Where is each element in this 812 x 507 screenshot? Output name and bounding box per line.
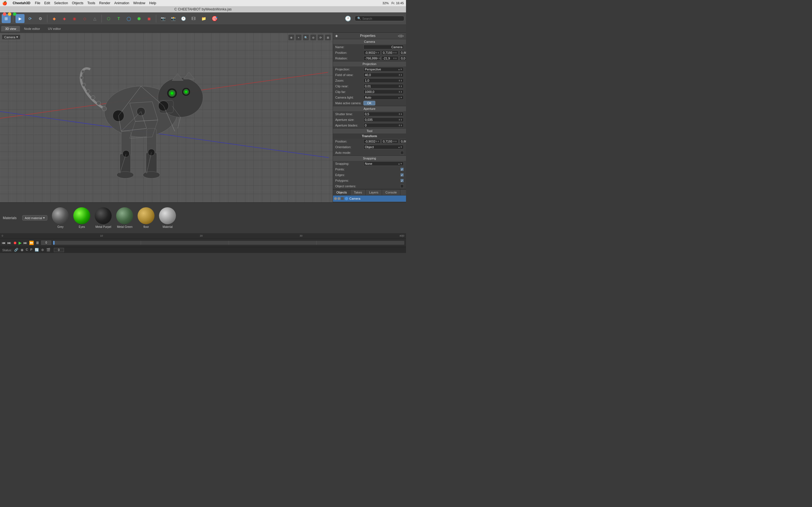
window-controls[interactable]: [3, 12, 16, 16]
sphere-btn[interactable]: ◉: [70, 14, 79, 23]
menu-window[interactable]: Window: [133, 1, 146, 5]
menu-selection[interactable]: Selection: [54, 1, 68, 5]
menu-file[interactable]: File: [35, 1, 40, 5]
timeline-stop-btn[interactable]: ⏸: [36, 240, 40, 245]
pos-z-field[interactable]: 0,8883⬆⬇: [400, 50, 406, 55]
close-btn[interactable]: [3, 12, 6, 16]
add-material-btn[interactable]: Add material ▾: [22, 215, 48, 221]
sculpt-tool-btn[interactable]: ⚙: [36, 14, 45, 23]
pyramid-btn[interactable]: △: [90, 14, 99, 23]
name-value[interactable]: Camera: [363, 45, 404, 49]
fov-value[interactable]: 40,0⬆⬇: [363, 73, 404, 77]
tool-pos-z[interactable]: 0,8883⬆⬇: [400, 139, 406, 144]
menu-help[interactable]: Help: [149, 1, 156, 5]
material-metal-purpel[interactable]: Metal Purpel: [95, 207, 112, 228]
pos-y-field[interactable]: 0,7193⬆⬇: [382, 50, 398, 55]
tab-layers[interactable]: Layers: [366, 189, 382, 195]
status-c-icon[interactable]: C: [26, 248, 28, 252]
search-input[interactable]: [362, 17, 402, 20]
rot-x-field[interactable]: -766,999⬆⬇: [363, 56, 380, 61]
material-floor[interactable]: floor: [138, 207, 154, 228]
aperture-size-value[interactable]: 0,035⬆⬇: [363, 117, 404, 122]
status-add-icon[interactable]: ⊕: [41, 248, 44, 252]
maximize-btn[interactable]: [13, 12, 16, 16]
apple-menu[interactable]: 🍎: [2, 1, 7, 5]
edges-checkbox[interactable]: ✓: [400, 173, 404, 177]
viewport-reset-btn[interactable]: ⟳: [317, 34, 324, 41]
diamond-btn[interactable]: ◇: [80, 14, 89, 23]
timeline-record-btn[interactable]: ⏺: [13, 240, 17, 245]
clip-near-value[interactable]: 0,01⬆⬇: [363, 84, 404, 89]
timeline-play-btn[interactable]: ▶: [18, 240, 22, 245]
scene-item-hdri[interactable]: HDRI Light: [333, 202, 406, 202]
clock-btn[interactable]: 🕐: [179, 14, 188, 23]
viewport-grid-btn[interactable]: ⊞: [325, 34, 331, 41]
timeline-to-start-btn[interactable]: ⏮: [2, 240, 6, 245]
status-frame-input[interactable]: [54, 248, 64, 252]
tab-console[interactable]: Console: [382, 189, 400, 195]
tab-objects[interactable]: Objects: [333, 189, 350, 195]
object-centers-checkbox[interactable]: [400, 184, 404, 188]
folder-btn[interactable]: 📁: [199, 14, 208, 23]
material-eyes[interactable]: Eyes: [73, 207, 90, 228]
status-link-icon[interactable]: 🔗: [14, 248, 18, 252]
shutter-value[interactable]: 0,5⬆⬇: [363, 112, 404, 116]
vase-btn[interactable]: ◯: [124, 14, 133, 23]
timeline-bar[interactable]: [53, 241, 404, 245]
subdiv-btn[interactable]: ⬢: [135, 14, 144, 23]
tool-pos-x[interactable]: -0,9032⬆⬇: [363, 139, 380, 144]
material-metal-green[interactable]: Metal Green: [116, 207, 133, 228]
viewport[interactable]: Camera ▾ ⊕ + 🔍 ⊖ ⟳ ⊞: [0, 33, 333, 202]
tab-uv-editor[interactable]: UV editor: [44, 26, 65, 32]
camera-light-value[interactable]: Auto: [365, 96, 371, 99]
rot-y-field[interactable]: -21,9⬆⬇: [382, 56, 398, 61]
zoom-value[interactable]: 1,0⬆⬇: [363, 78, 404, 83]
transform-tool-btn[interactable]: ⟳: [26, 14, 35, 23]
projection-value[interactable]: Perspective: [365, 68, 381, 71]
render-btn[interactable]: 🎯: [209, 14, 220, 23]
status-p-icon[interactable]: P: [30, 248, 32, 252]
props-expand-icon[interactable]: ◁ ▷: [398, 34, 404, 38]
viewport-zoom-out-btn[interactable]: ⊖: [310, 34, 316, 41]
material-grey[interactable]: Grey: [52, 207, 69, 228]
scene-item-camera[interactable]: Camera: [333, 195, 406, 202]
clock-icon[interactable]: 🕐: [343, 14, 352, 23]
timeline-next-btn[interactable]: ⏭: [23, 240, 28, 245]
viewport-home-btn[interactable]: ⊕: [288, 34, 294, 41]
render-dot[interactable]: [338, 197, 340, 200]
hex-btn[interactable]: ⬡: [104, 14, 113, 23]
make-active-btn[interactable]: OK: [363, 101, 375, 105]
menu-edit[interactable]: Edit: [44, 1, 50, 5]
app-name[interactable]: Cheetah3D: [13, 1, 31, 5]
menu-render[interactable]: Render: [99, 1, 110, 5]
auto-mode-checkbox[interactable]: [400, 151, 404, 154]
status-film-icon[interactable]: 🎬: [46, 248, 50, 252]
select-tool-btn[interactable]: ▶: [15, 14, 24, 23]
timeline-frame-input[interactable]: [41, 240, 51, 245]
polygon-btn[interactable]: ◆: [50, 14, 59, 23]
menu-animation[interactable]: Animation: [114, 1, 129, 5]
camera-btn[interactable]: 📷: [158, 14, 167, 23]
pos-x-field[interactable]: -0,9032⬆⬇: [363, 50, 380, 55]
status-circle-icon[interactable]: ◉: [20, 248, 23, 252]
minimize-btn[interactable]: [8, 12, 11, 16]
clip-far-value[interactable]: 1000,0⬆⬇: [363, 90, 404, 94]
box-btn[interactable]: ◈: [60, 14, 69, 23]
tab-takes[interactable]: Takes: [350, 189, 366, 195]
light-btn[interactable]: 📸: [168, 14, 177, 23]
timeline-end-btn[interactable]: ⏩: [29, 240, 34, 245]
polygons-checkbox[interactable]: ✓: [400, 179, 404, 182]
menu-objects[interactable]: Objects: [72, 1, 84, 5]
snapping-value[interactable]: None: [365, 162, 372, 165]
tab-3d-view[interactable]: 3D view: [1, 26, 20, 32]
status-rotate-icon[interactable]: 🔄: [35, 248, 39, 252]
tab-node-editor[interactable]: Node editor: [20, 26, 44, 32]
camera-dropdown[interactable]: Camera ▾: [2, 34, 20, 40]
viewport-zoom-in-btn[interactable]: 🔍: [303, 34, 309, 41]
tool-pos-y[interactable]: 0,7193⬆⬇: [382, 139, 398, 144]
shield-btn[interactable]: ◼: [145, 14, 154, 23]
text-btn[interactable]: T: [114, 14, 123, 23]
points-checkbox[interactable]: ✓: [400, 168, 404, 171]
folder-dot[interactable]: [341, 197, 344, 200]
menu-tools[interactable]: Tools: [87, 1, 95, 5]
